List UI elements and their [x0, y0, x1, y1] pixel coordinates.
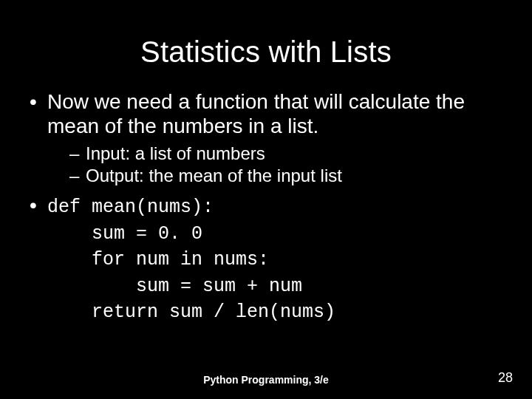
bullet-1-text: Now we need a function that will calcula…	[47, 90, 465, 137]
sub-bullet-2: Output: the mean of the input list	[69, 165, 510, 187]
sub-bullet-2-text: Output: the mean of the input list	[86, 166, 342, 185]
slide-title: Statistics with Lists	[15, 35, 517, 69]
sub-bullet-1-text: Input: a list of numbers	[86, 143, 265, 163]
slide: Statistics with Lists Now we need a func…	[0, 0, 532, 399]
code-block: def mean(nums): sum = 0. 0 for num in nu…	[47, 197, 335, 323]
footer-text: Python Programming, 3/e	[0, 374, 532, 386]
bullet-list: Now we need a function that will calcula…	[15, 89, 517, 324]
bullet-code: def mean(nums): sum = 0. 0 for num in nu…	[30, 193, 510, 324]
sub-bullet-list: Input: a list of numbers Output: the mea…	[47, 143, 510, 187]
sub-bullet-1: Input: a list of numbers	[69, 143, 510, 165]
page-number: 28	[498, 370, 513, 386]
bullet-1: Now we need a function that will calcula…	[30, 89, 510, 187]
